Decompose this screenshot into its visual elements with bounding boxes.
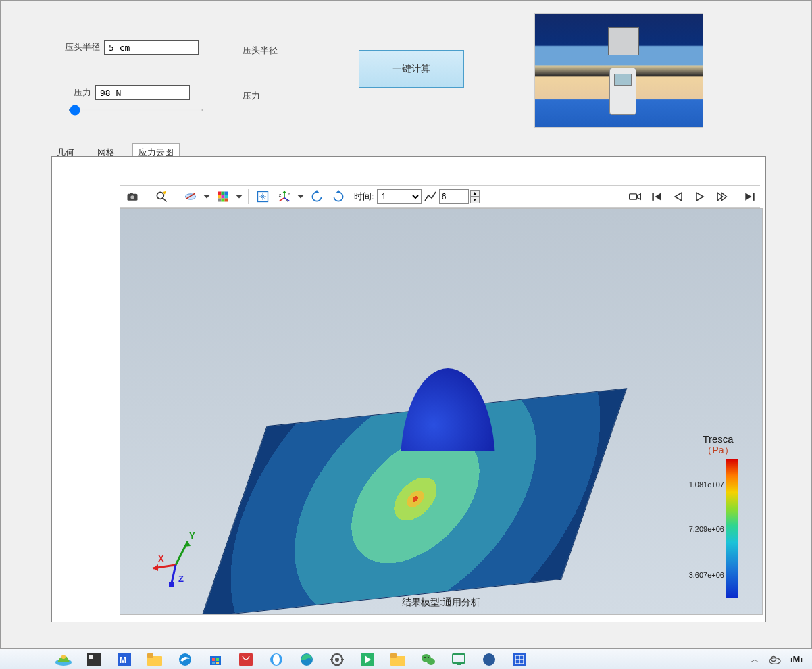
force-side-label: 压力 bbox=[243, 90, 260, 102]
legend-ticks: 1.081e+07 7.209e+06 3.607e+06 5.441e+03 bbox=[682, 482, 724, 615]
legend-unit: （Pa） bbox=[682, 445, 754, 457]
result-panel: ZYX 时间: 1 ▲ ▼ bbox=[51, 156, 766, 622]
svg-point-1 bbox=[130, 195, 134, 199]
svg-rect-26 bbox=[630, 194, 637, 199]
screenshot-button[interactable] bbox=[122, 188, 143, 205]
force-input[interactable] bbox=[95, 85, 190, 100]
svg-marker-31 bbox=[696, 193, 703, 201]
taskbar-store-icon[interactable] bbox=[206, 651, 225, 668]
svg-text:M: M bbox=[120, 655, 126, 665]
indenter-hemisphere bbox=[401, 368, 495, 451]
time-chart-icon[interactable] bbox=[423, 188, 438, 205]
color-mode-dropdown[interactable] bbox=[234, 188, 244, 205]
taskbar-edge-legacy-icon[interactable] bbox=[176, 651, 195, 668]
svg-rect-8 bbox=[222, 192, 225, 195]
svg-rect-48 bbox=[147, 656, 162, 666]
svg-rect-55 bbox=[216, 662, 219, 664]
animation-record-button[interactable] bbox=[625, 188, 645, 205]
svg-text:Z: Z bbox=[279, 193, 282, 197]
axis-orientation-dropdown[interactable] bbox=[296, 188, 305, 205]
time-select[interactable]: 1 bbox=[377, 189, 422, 204]
taskbar-app-7[interactable] bbox=[236, 651, 255, 668]
tray-chevron-up-icon[interactable]: ︿ bbox=[751, 653, 759, 666]
taskbar-app-1[interactable] bbox=[54, 651, 73, 668]
animation-next-button[interactable] bbox=[711, 188, 732, 205]
svg-rect-51 bbox=[210, 656, 221, 665]
color-mode-button[interactable] bbox=[213, 188, 233, 205]
zoom-button[interactable] bbox=[151, 188, 172, 205]
force-input-row: 压力 bbox=[74, 85, 190, 100]
svg-rect-14 bbox=[222, 199, 225, 202]
legend-tick-2: 3.607e+06 bbox=[682, 571, 724, 579]
taskbar-app-11[interactable] bbox=[358, 651, 377, 668]
clip-plane-button[interactable] bbox=[180, 188, 201, 205]
svg-rect-12 bbox=[225, 195, 228, 199]
svg-line-19 bbox=[280, 198, 285, 201]
step-input[interactable] bbox=[439, 189, 469, 204]
svg-rect-52 bbox=[212, 658, 215, 661]
svg-point-61 bbox=[335, 658, 339, 662]
legend-tick-1: 7.209e+06 bbox=[682, 525, 724, 533]
svg-marker-29 bbox=[655, 193, 661, 201]
svg-point-43 bbox=[61, 655, 66, 659]
rotate-ccw-button[interactable] bbox=[307, 188, 327, 205]
taskbar-edge-icon[interactable] bbox=[297, 651, 316, 668]
taskbar-app-3[interactable]: M bbox=[115, 651, 134, 668]
viewer-canvas[interactable]: Y X Z Tresca （Pa） 1.081e+07 7.209e+06 bbox=[120, 208, 763, 615]
svg-point-58 bbox=[273, 654, 280, 665]
taskbar-folder-icon[interactable] bbox=[388, 651, 407, 668]
svg-text:X: X bbox=[286, 199, 288, 203]
force-slider[interactable] bbox=[68, 109, 203, 112]
rotate-cw-button[interactable] bbox=[328, 188, 349, 205]
legend-color-bar bbox=[726, 459, 738, 598]
radius-input[interactable] bbox=[104, 40, 199, 55]
svg-rect-35 bbox=[753, 193, 755, 201]
taskbar-app-15[interactable] bbox=[480, 651, 499, 668]
svg-marker-18 bbox=[283, 191, 286, 193]
animation-first-button[interactable] bbox=[646, 188, 667, 205]
system-tray: ︿ ıMı bbox=[751, 653, 803, 666]
taskbar-app-2[interactable] bbox=[84, 651, 103, 668]
calculate-button[interactable]: 一键计算 bbox=[359, 50, 464, 88]
svg-rect-49 bbox=[147, 653, 153, 658]
toolbar-separator bbox=[248, 189, 249, 204]
svg-rect-45 bbox=[89, 655, 93, 659]
legend-tick-max: 1.081e+07 bbox=[682, 480, 724, 489]
time-label: 时间: bbox=[354, 191, 374, 203]
svg-marker-27 bbox=[637, 194, 640, 199]
taskbar-settings-icon[interactable] bbox=[328, 651, 347, 668]
svg-rect-10 bbox=[218, 195, 222, 199]
step-up-button[interactable]: ▲ bbox=[470, 190, 480, 197]
force-input-label: 压力 bbox=[74, 86, 91, 99]
svg-point-75 bbox=[483, 653, 495, 666]
axis-orientation-button[interactable]: ZYX bbox=[274, 188, 295, 205]
svg-point-71 bbox=[424, 657, 426, 658]
animation-prev-button[interactable] bbox=[668, 188, 688, 205]
radius-input-row: 压头半径 bbox=[65, 40, 199, 55]
fit-view-button[interactable] bbox=[253, 188, 273, 205]
animation-last-button[interactable] bbox=[740, 188, 760, 205]
force-slider-wrap bbox=[68, 103, 203, 114]
taskbar-app-14[interactable] bbox=[449, 651, 468, 668]
taskbar-app-8[interactable] bbox=[267, 651, 286, 668]
legend-title: Tresca bbox=[682, 433, 754, 445]
svg-point-50 bbox=[179, 653, 191, 666]
taskbar-explorer-icon[interactable] bbox=[145, 651, 164, 668]
svg-text:Y: Y bbox=[288, 192, 290, 196]
svg-rect-11 bbox=[222, 195, 225, 199]
svg-point-3 bbox=[157, 192, 163, 199]
taskbar-wechat-icon[interactable] bbox=[419, 651, 438, 668]
clip-plane-dropdown[interactable] bbox=[202, 188, 211, 205]
step-spinner[interactable]: ▲ ▼ bbox=[470, 190, 480, 203]
svg-line-40 bbox=[172, 565, 176, 583]
step-down-button[interactable]: ▼ bbox=[470, 197, 480, 203]
reference-photo bbox=[534, 13, 703, 128]
taskbar-apps: M bbox=[54, 649, 529, 669]
taskbar-app-16[interactable] bbox=[510, 651, 529, 668]
tray-cloud-icon[interactable] bbox=[769, 654, 781, 665]
svg-marker-34 bbox=[745, 193, 751, 201]
tray-app-icon[interactable]: ıMı bbox=[790, 654, 803, 664]
animation-play-button[interactable] bbox=[690, 188, 710, 205]
svg-marker-30 bbox=[675, 193, 682, 201]
toolbar-separator bbox=[176, 189, 176, 204]
